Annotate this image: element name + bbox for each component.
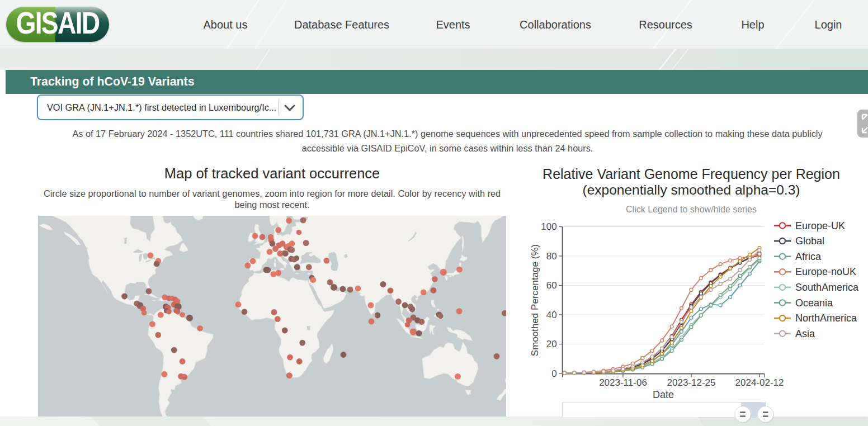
svg-text:0: 0	[551, 368, 556, 379]
svg-text:NorthAmerica: NorthAmerica	[795, 313, 857, 324]
svg-text:2024-02-12: 2024-02-12	[735, 377, 784, 388]
svg-text:Asia: Asia	[795, 328, 815, 339]
svg-text:60: 60	[546, 280, 557, 291]
svg-text:Date: Date	[653, 389, 674, 400]
svg-text:Global: Global	[795, 235, 824, 247]
svg-text:2023-12-25: 2023-12-25	[667, 377, 716, 388]
svg-text:Oceania: Oceania	[795, 297, 833, 309]
svg-text:Smoothed Percentage (%): Smoothed Percentage (%)	[530, 244, 540, 356]
svg-text:Europe-UK: Europe-UK	[795, 220, 845, 231]
svg-text:100: 100	[541, 221, 556, 232]
svg-text:Africa: Africa	[795, 251, 822, 262]
svg-text:80: 80	[546, 251, 557, 262]
svg-text:2023-11-06: 2023-11-06	[599, 377, 647, 388]
svg-text:Europe-noUK: Europe-noUK	[795, 266, 856, 277]
svg-text:SouthAmerica: SouthAmerica	[795, 282, 859, 293]
svg-text:20: 20	[546, 339, 557, 349]
svg-text:40: 40	[546, 310, 557, 320]
